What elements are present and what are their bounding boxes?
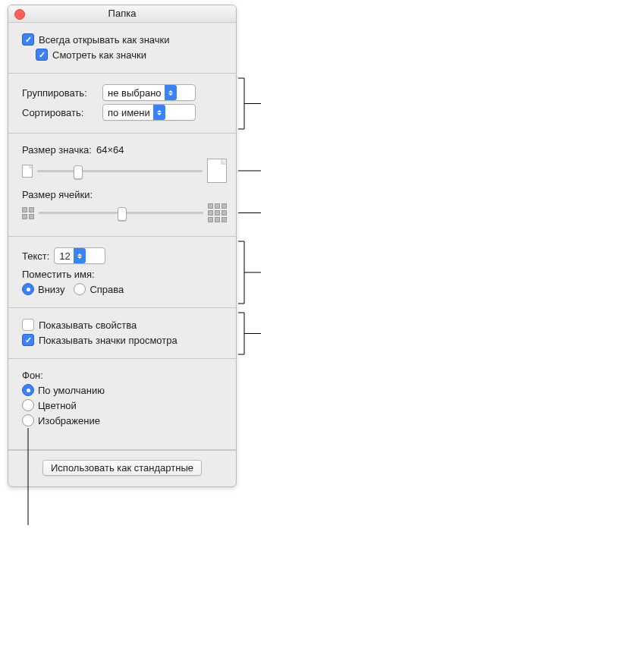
show-props-label: Показывать свойства — [39, 319, 137, 331]
show-preview-checkbox[interactable] — [22, 334, 34, 346]
section-sizes: Размер значка: 64×64 Размер ячейки: — [8, 134, 236, 237]
view-options-window: Папка Всегда открывать как значки Смотре… — [8, 5, 237, 487]
use-as-defaults-button[interactable]: Использовать как стандартные — [42, 460, 202, 476]
icon-size-value: 64×64 — [96, 144, 124, 156]
section-text: Текст: 12 Поместить имя: Внизу Справа — [8, 237, 236, 308]
slider-thumb[interactable] — [118, 207, 127, 221]
cell-size-slider[interactable] — [39, 212, 203, 214]
section-show: Показывать свойства Показывать значки пр… — [8, 308, 236, 359]
cell-size-label: Размер ячейки: — [22, 189, 93, 200]
group-label: Группировать: — [22, 87, 98, 99]
big-doc-icon — [207, 159, 227, 183]
text-size-value: 12 — [59, 250, 73, 262]
small-doc-icon — [22, 165, 33, 178]
place-bottom-label: Внизу — [38, 284, 64, 295]
grid-large-icon — [208, 203, 227, 222]
bg-image-radio[interactable] — [22, 414, 34, 426]
slider-thumb[interactable] — [74, 165, 83, 179]
close-button[interactable] — [14, 9, 25, 20]
text-size-popup[interactable]: 12 — [54, 247, 105, 264]
bg-color-label: Цветной — [38, 400, 77, 411]
icon-size-slider[interactable] — [37, 170, 203, 172]
background-label: Фон: — [22, 370, 43, 381]
bg-default-label: По умолчанию — [38, 385, 105, 396]
sort-label: Сортировать: — [22, 107, 98, 118]
titlebar: Папка — [8, 5, 236, 23]
place-name-label: Поместить имя: — [22, 269, 95, 280]
browse-as-label: Смотреть как значки — [52, 49, 146, 61]
section-background: Фон: По умолчанию Цветной Изображение — [8, 359, 236, 450]
bg-image-label: Изображение — [38, 415, 100, 426]
group-popup[interactable]: не выбрано — [102, 84, 196, 101]
updown-icon — [74, 248, 86, 263]
sort-value: по имени — [108, 107, 153, 118]
show-props-checkbox[interactable] — [22, 319, 34, 331]
place-bottom-radio[interactable] — [22, 283, 34, 295]
text-size-label: Текст: — [22, 250, 49, 262]
always-open-checkbox[interactable] — [22, 33, 34, 46]
browse-as-checkbox[interactable] — [36, 49, 48, 61]
grid-small-icon — [22, 207, 34, 219]
icon-size-label: Размер значка: — [22, 144, 92, 156]
updown-icon — [165, 85, 177, 100]
always-open-label: Всегда открывать как значки — [39, 34, 170, 46]
window-title: Папка — [108, 8, 137, 19]
footer: Использовать как стандартные — [8, 450, 236, 486]
sort-popup[interactable]: по имени — [102, 104, 196, 121]
place-right-label: Справа — [90, 284, 124, 295]
updown-icon — [153, 105, 165, 120]
group-value: не выбрано — [108, 87, 165, 99]
bg-default-radio[interactable] — [22, 384, 34, 396]
section-group-sort: Группировать: не выбрано Сортировать: по… — [8, 74, 236, 134]
section-open-mode: Всегда открывать как значки Смотреть как… — [8, 23, 236, 74]
show-preview-label: Показывать значки просмотра — [39, 335, 177, 346]
bg-color-radio[interactable] — [22, 399, 34, 411]
place-right-radio[interactable] — [74, 283, 86, 295]
